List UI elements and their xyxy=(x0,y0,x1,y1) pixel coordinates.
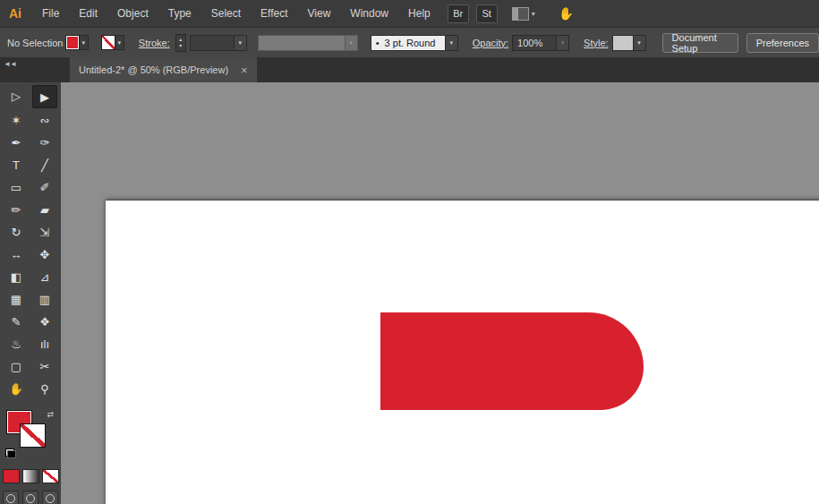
canvas-area[interactable] xyxy=(61,82,819,504)
panel-collapse-icon[interactable]: ◄◄ xyxy=(4,60,16,68)
brush-definition-combo[interactable]: • 3 pt. Round ▾ xyxy=(371,35,458,51)
none-button[interactable] xyxy=(42,469,59,483)
illustrator-window: Ai File Edit Object Type Select Effect V… xyxy=(0,0,819,504)
style-label[interactable]: Style: xyxy=(584,38,609,48)
graph-tool[interactable]: ılı xyxy=(32,333,57,355)
symbol-sprayer-tool[interactable]: ♨ xyxy=(4,333,29,355)
menu-window[interactable]: Window xyxy=(340,0,398,27)
default-fill-stroke-icon[interactable] xyxy=(5,448,16,458)
fill-color-chevron-icon[interactable]: ▾ xyxy=(80,35,89,50)
control-bar: No Selection ▾ ▾ Stroke: ▴ ▾ ▾ ▾ • 3 pt.… xyxy=(0,27,819,58)
paint-mode-row xyxy=(0,469,61,483)
none-diagonal-icon xyxy=(21,424,45,447)
document-tab[interactable]: Untitled-2* @ 50% (RGB/Preview) × xyxy=(70,57,257,82)
stroke-swatch[interactable] xyxy=(20,423,46,448)
shape-builder-tool[interactable]: ◧ xyxy=(4,266,29,287)
width-profile-combo: ▾ xyxy=(258,35,358,51)
blend-tool[interactable]: ❖ xyxy=(32,311,57,332)
magic-wand-tool[interactable]: ✶ xyxy=(4,109,29,131)
stroke-color-swatch[interactable] xyxy=(101,35,115,50)
line-segment-tool[interactable]: ╱ xyxy=(32,154,57,175)
red-rounded-rectangle-shape[interactable] xyxy=(380,312,644,410)
direct-selection-tool[interactable]: ▷ xyxy=(4,85,29,107)
draw-inside-icon[interactable] xyxy=(42,491,58,504)
touch-workspace-icon[interactable]: ✋ xyxy=(559,6,574,21)
color-button[interactable] xyxy=(3,469,20,483)
draw-normal-icon[interactable] xyxy=(3,491,19,504)
gradient-button[interactable] xyxy=(22,469,39,483)
bridge-button[interactable]: Br xyxy=(448,4,469,23)
menu-object[interactable]: Object xyxy=(107,0,158,27)
stroke-weight-label[interactable]: Stroke: xyxy=(139,38,170,48)
opacity-combo[interactable]: 100% › xyxy=(512,35,569,51)
menu-view[interactable]: View xyxy=(298,0,341,27)
workspace-switcher-icon[interactable] xyxy=(512,7,529,21)
menu-file[interactable]: File xyxy=(32,0,69,27)
opacity-chevron-icon[interactable]: › xyxy=(557,35,569,51)
swap-fill-stroke-icon[interactable]: ⇄ xyxy=(47,410,54,419)
document-tab-bar: ◄◄ Untitled-2* @ 50% (RGB/Preview) × xyxy=(0,57,819,82)
stroke-weight-stepper[interactable]: ▴ ▾ xyxy=(175,34,186,52)
stock-button[interactable]: St xyxy=(476,4,498,23)
hand-tool[interactable]: ✋ xyxy=(4,378,29,399)
rotate-tool[interactable]: ↻ xyxy=(4,221,29,243)
paintbrush-tool[interactable]: ✐ xyxy=(32,176,57,198)
gradient-tool[interactable]: ▥ xyxy=(32,288,57,310)
document-setup-button[interactable]: Document Setup xyxy=(662,33,738,53)
draw-mode-row xyxy=(0,491,61,504)
app-logo: Ai xyxy=(9,6,21,21)
stroke-color-chevron-icon[interactable]: ▾ xyxy=(115,35,124,50)
fill-stroke-area: ⇄ xyxy=(0,410,61,460)
workspace-chevron-icon[interactable]: ▾ xyxy=(532,10,535,18)
stepper-down-icon[interactable]: ▾ xyxy=(179,43,182,49)
rectangle-tool[interactable]: ▭ xyxy=(4,176,29,198)
menu-edit[interactable]: Edit xyxy=(69,0,107,27)
pen-tool[interactable]: ✒ xyxy=(4,132,29,153)
zoom-tool[interactable]: ⚲ xyxy=(32,378,57,399)
tab-close-icon[interactable]: × xyxy=(241,64,248,77)
style-combo[interactable]: ▾ xyxy=(612,35,646,51)
menu-type[interactable]: Type xyxy=(158,0,201,27)
menu-help[interactable]: Help xyxy=(398,0,440,27)
stroke-weight-combo[interactable]: ▾ xyxy=(190,35,247,51)
brush-definition-chevron-icon[interactable]: ▾ xyxy=(446,35,458,51)
eraser-tool[interactable]: ▰ xyxy=(32,199,57,220)
lasso-tool[interactable]: ∾ xyxy=(32,109,57,131)
opacity-label[interactable]: Opacity: xyxy=(473,38,508,48)
document-tab-title: Untitled-2* @ 50% (RGB/Preview) xyxy=(79,64,228,75)
free-transform-tool[interactable]: ✥ xyxy=(32,243,57,265)
width-profile-value xyxy=(258,35,346,51)
mesh-tool[interactable]: ▦ xyxy=(4,288,29,310)
style-swatch[interactable] xyxy=(612,35,634,51)
selection-tool[interactable]: ▶ xyxy=(32,85,57,108)
tools-panel: ▷ ▶ ✶ ∾ ✒ ✑ T ╱ ▭ ✐ ✏ ▰ ↻ ⇲ ↔ ✥ ◧ ⊿ ▦ ▥ … xyxy=(0,82,62,504)
type-tool[interactable]: T xyxy=(4,154,29,175)
stepper-up-icon[interactable]: ▴ xyxy=(179,37,182,43)
pencil-tool[interactable]: ✏ xyxy=(4,199,29,220)
width-profile-chevron-icon: ▾ xyxy=(346,35,358,51)
brush-dot-icon: • xyxy=(376,38,380,48)
selection-status: No Selection xyxy=(7,38,65,48)
curvature-tool[interactable]: ✑ xyxy=(32,132,57,153)
menu-effect[interactable]: Effect xyxy=(251,0,297,27)
eyedropper-tool[interactable]: ✎ xyxy=(4,311,29,332)
artboard[interactable] xyxy=(106,200,819,504)
artboard-tool[interactable]: ▢ xyxy=(4,355,29,377)
preferences-button[interactable]: Preferences xyxy=(746,33,819,53)
style-chevron-icon[interactable]: ▾ xyxy=(634,35,646,51)
stroke-weight-chevron-icon[interactable]: ▾ xyxy=(235,35,247,51)
menu-bar: Ai File Edit Object Type Select Effect V… xyxy=(0,0,819,27)
fill-color-swatch[interactable] xyxy=(65,35,80,50)
stroke-weight-value xyxy=(190,35,235,51)
opacity-value[interactable]: 100% xyxy=(512,35,557,51)
scale-tool[interactable]: ⇲ xyxy=(32,221,57,243)
tool-grid: ▷ ▶ ✶ ∾ ✒ ✑ T ╱ ▭ ✐ ✏ ▰ ↻ ⇲ ↔ ✥ ◧ ⊿ ▦ ▥ … xyxy=(0,82,61,399)
slice-tool[interactable]: ✂ xyxy=(32,355,57,377)
brush-name: 3 pt. Round xyxy=(385,38,436,48)
width-tool[interactable]: ↔ xyxy=(4,243,29,265)
perspective-grid-tool[interactable]: ⊿ xyxy=(32,266,57,287)
brush-definition-value: • 3 pt. Round xyxy=(371,35,446,51)
none-diagonal-icon xyxy=(43,470,58,483)
draw-behind-icon[interactable] xyxy=(22,491,38,504)
menu-select[interactable]: Select xyxy=(201,0,251,27)
